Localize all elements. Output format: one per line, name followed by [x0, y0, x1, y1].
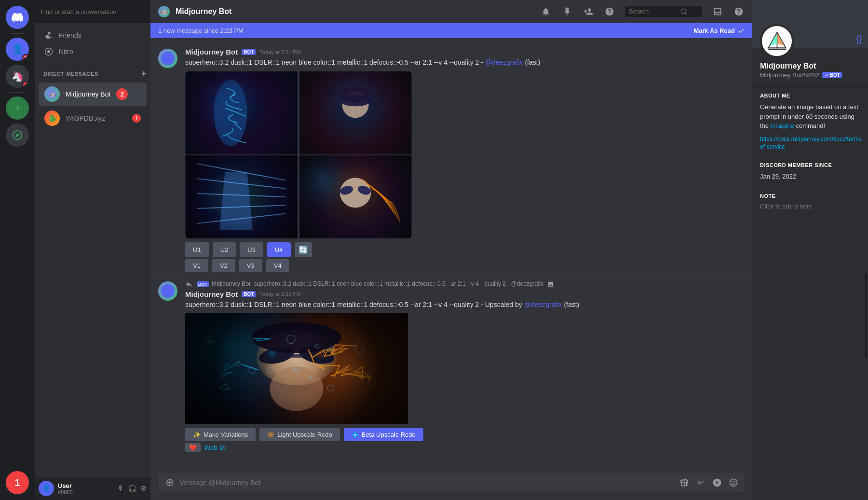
- inbox-icon[interactable]: [712, 6, 723, 17]
- v2-button[interactable]: V2: [212, 259, 235, 272]
- notification-icon[interactable]: [540, 6, 552, 17]
- search-input-header[interactable]: [629, 8, 677, 15]
- emoji-icon[interactable]: [728, 477, 739, 488]
- u2-button[interactable]: U2: [213, 242, 236, 257]
- gift-icon[interactable]: [679, 477, 690, 488]
- image-cell-3: [185, 155, 298, 238]
- right-panel-scroll: [752, 216, 868, 500]
- svg-point-5: [161, 52, 175, 65]
- nitro-label: Nitro: [59, 48, 73, 56]
- yagpdb-badge: 1: [132, 114, 141, 123]
- beta-upscale-redo-button[interactable]: 💠 Beta Upscale Redo: [344, 428, 423, 441]
- note-title: NOTE: [760, 193, 860, 199]
- mark-as-read-button[interactable]: Mark As Read: [694, 27, 745, 34]
- dm-item-midjourney[interactable]: 🤖 Midjourney Bot 2: [39, 83, 147, 106]
- tos-link[interactable]: https://docs.midjourney.com/docs/terms-o…: [760, 136, 864, 150]
- single-image: [185, 313, 412, 424]
- refresh-button[interactable]: 🔄: [295, 242, 312, 257]
- midjourney-name: Midjourney Bot: [66, 90, 110, 98]
- chat-header: 🤖 Midjourney Bot: [150, 0, 752, 23]
- member-since-date: Jan 29, 2022: [760, 172, 860, 181]
- variation-buttons-row: V1 V2 V3 V4: [185, 259, 745, 272]
- bot-badge-2: BOT: [242, 291, 256, 297]
- note-input[interactable]: Click to add a note: [760, 203, 860, 210]
- nitro-nav-item[interactable]: Nitro: [39, 43, 147, 60]
- dm-section-title: DIRECT MESSAGES: [43, 71, 98, 77]
- msg-timestamp-1: Today at 2:21 PM: [259, 49, 301, 55]
- friends-nav-item[interactable]: Friends: [39, 27, 147, 43]
- make-variations-button[interactable]: ✨ Make Variations: [185, 428, 256, 441]
- add-server-button[interactable]: ＋: [6, 97, 29, 120]
- light-upscale-icon: 🔆: [267, 431, 274, 438]
- forward-badge: BOT Midjourney Bot superhero::3.2 dusk::…: [197, 280, 554, 288]
- u4-button[interactable]: U4: [267, 242, 291, 257]
- settings-button[interactable]: ⚙: [140, 485, 147, 492]
- chat-main: 🤖 Midjourney Bot: [150, 0, 752, 500]
- v4-button[interactable]: V4: [266, 259, 289, 272]
- attach-button[interactable]: ⊕: [164, 476, 176, 489]
- variations-icon: ✨: [193, 431, 201, 438]
- search-input[interactable]: [41, 8, 145, 15]
- v1-button[interactable]: V1: [185, 259, 208, 272]
- member-since-section: DISCORD MEMBER SINCE Jan 29, 2022: [752, 156, 868, 188]
- discord-icon[interactable]: [6, 6, 29, 29]
- imagine-command[interactable]: /imagine: [771, 122, 794, 129]
- about-me-section: ABOUT ME Generate an image based on a te…: [752, 87, 868, 156]
- deafen-button[interactable]: 🎧: [128, 485, 136, 492]
- light-upscale-redo-button[interactable]: 🔆 Light Upscale Redo: [259, 428, 339, 441]
- explore-icon[interactable]: [6, 124, 29, 147]
- msg-timestamp-2: Today at 2:23 PM: [259, 291, 301, 297]
- right-panel: {} Midjourney Bot Midjourney Bot#9282 BO…: [752, 0, 868, 500]
- upscale-buttons-row: U1 U2 U3 U4 🔄: [185, 242, 745, 257]
- rp-name: Midjourney Bot: [760, 62, 860, 70]
- mute-button[interactable]: 🎙: [118, 485, 124, 492]
- search-bar-header[interactable]: [625, 6, 702, 17]
- nitro-icon: [44, 47, 53, 56]
- user-status: #0000: [58, 489, 114, 495]
- u1-button[interactable]: U1: [185, 242, 209, 257]
- gif-icon[interactable]: [695, 477, 706, 488]
- add-dm-button[interactable]: +: [141, 69, 147, 79]
- heart-reaction[interactable]: ❤️: [185, 443, 201, 452]
- username-display: User: [58, 482, 114, 489]
- friends-icon: [44, 31, 53, 40]
- u3-button[interactable]: U3: [240, 242, 263, 257]
- image-icon: [547, 281, 554, 288]
- question-icon[interactable]: [733, 6, 745, 17]
- profile-avatar-right: [760, 24, 794, 58]
- member-since-title: DISCORD MEMBER SINCE: [760, 162, 860, 168]
- message-group-1: 🤖 Midjourney Bot BOT Today at 2:21 PM su…: [150, 46, 752, 276]
- mention-2: @deezgrafix: [524, 301, 562, 308]
- msg-text-1: superhero::3.2 dusk::1 DSLR::1 neon blue…: [185, 58, 745, 68]
- chat-input-area: ⊕: [150, 473, 752, 500]
- active-now-icon[interactable]: 1: [6, 471, 29, 494]
- search-bar[interactable]: [35, 0, 150, 23]
- single-img-canvas: [185, 313, 408, 424]
- chat-input[interactable]: [179, 473, 675, 492]
- web-label: Web: [204, 444, 217, 451]
- help-icon[interactable]: [604, 6, 615, 17]
- server-avatar-1[interactable]: 👤 1: [6, 38, 29, 61]
- v3-button[interactable]: V3: [239, 259, 262, 272]
- bot-avatar-2: 🤖: [158, 281, 177, 301]
- add-friend-icon[interactable]: [583, 6, 594, 17]
- forward-user: Midjourney Bot: [212, 280, 250, 287]
- search-icon: [680, 8, 688, 15]
- image-cell-4: [299, 155, 412, 238]
- msg-header-2: Midjourney Bot BOT Today at 2:23 PM: [185, 290, 745, 298]
- server-avatar-2[interactable]: 🦄: [6, 65, 29, 88]
- dm-item-yagpdb[interactable]: 🐉 YAGPDB.xyz 1: [39, 107, 147, 130]
- pin-icon[interactable]: [561, 6, 573, 17]
- new-message-banner: 1 new message since 2:23 PM Mark As Read: [150, 23, 752, 38]
- reaction-row: ❤️ Web: [185, 443, 745, 452]
- chat-input-box: ⊕: [158, 473, 745, 492]
- sidebar-divider: [10, 33, 25, 34]
- dm-sidebar-footer: 👤 User #0000 🎙 🎧 ⚙: [35, 477, 150, 500]
- web-link[interactable]: Web: [204, 444, 225, 451]
- new-message-text: 1 new message since 2:23 PM: [158, 27, 244, 34]
- action-buttons-row: ✨ Make Variations 🔆 Light Upscale Redo 💠…: [185, 428, 745, 441]
- code-icon: {}: [856, 33, 862, 44]
- bot-badge-1: BOT: [242, 49, 256, 55]
- sticker-icon[interactable]: [712, 477, 722, 488]
- app-sidebar: 👤 1 🦄 ＋ 1: [0, 0, 35, 500]
